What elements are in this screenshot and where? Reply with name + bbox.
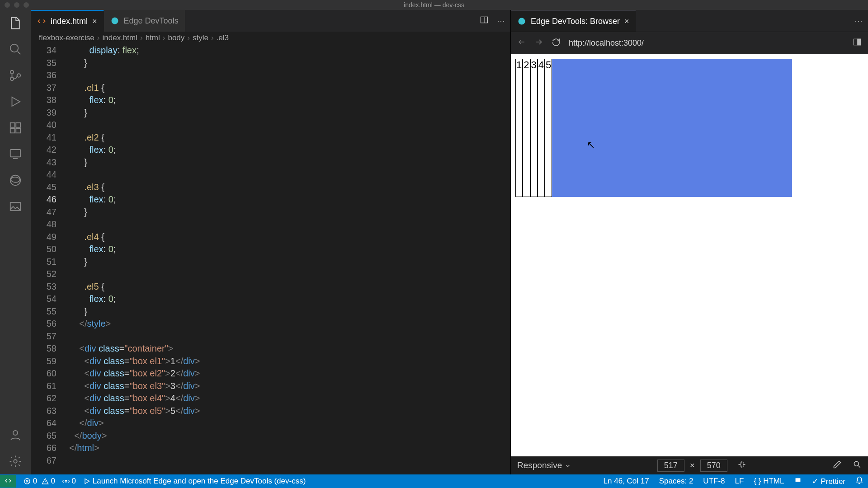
dock-icon[interactable]	[853, 38, 862, 49]
zoom-window-icon[interactable]	[24, 2, 29, 8]
more-actions-icon[interactable]: ⋯	[497, 16, 505, 26]
mouse-cursor-icon: ↖	[587, 139, 595, 151]
indentation-status[interactable]: Spaces: 2	[659, 477, 693, 486]
device-toolbar: Responsive ×	[511, 456, 868, 474]
breadcrumb-segment[interactable]: flexbox-exercise	[39, 33, 94, 42]
dimension-separator: ×	[690, 460, 695, 470]
svg-point-3	[17, 74, 21, 77]
browser-tab-actions: ⋯	[854, 10, 868, 32]
edge-tools-icon[interactable]	[9, 174, 22, 187]
back-icon[interactable]	[517, 38, 526, 49]
svg-rect-8	[10, 150, 21, 157]
breadcrumb-segment[interactable]: index.html	[103, 33, 137, 42]
close-window-icon[interactable]	[5, 2, 10, 8]
extensions-icon[interactable]	[9, 121, 22, 135]
svg-rect-5	[16, 123, 20, 127]
image-preview-icon[interactable]	[9, 200, 22, 213]
breadcrumb[interactable]: flexbox-exercise › index.html › html › b…	[31, 32, 510, 44]
svg-point-20	[65, 480, 67, 482]
svg-point-18	[854, 461, 859, 466]
tab-browser-devtools[interactable]: Edge DevTools: Browser ×	[511, 10, 636, 32]
breadcrumb-segment[interactable]: .el3	[217, 33, 229, 42]
minimize-window-icon[interactable]	[14, 2, 19, 8]
breadcrumb-segment[interactable]: style	[193, 33, 208, 42]
preview-box: 3	[530, 59, 538, 197]
tab-index-html[interactable]: index.html ×	[31, 10, 104, 32]
svg-point-0	[10, 44, 19, 52]
launch-devtools-button[interactable]: Launch Microsoft Edge and open the Edge …	[83, 477, 306, 486]
svg-point-13	[111, 18, 118, 24]
svg-rect-4	[10, 123, 15, 127]
svg-point-11	[13, 431, 18, 435]
settings-gear-icon[interactable]	[9, 455, 22, 468]
more-actions-icon[interactable]: ⋯	[854, 16, 863, 26]
split-editor-icon[interactable]	[480, 15, 489, 27]
breadcrumb-segment[interactable]: body	[168, 33, 184, 42]
edge-icon	[110, 16, 119, 25]
close-icon[interactable]: ×	[92, 17, 97, 26]
breadcrumb-segment[interactable]: html	[146, 33, 160, 42]
problems-indicator[interactable]: 0 0	[24, 477, 55, 486]
title-bar: index.html — dev-css	[0, 0, 868, 10]
cursor-position[interactable]: Ln 46, Col 17	[604, 477, 649, 486]
eol-status[interactable]: LF	[735, 477, 744, 486]
encoding-status[interactable]: UTF-8	[703, 477, 725, 486]
run-debug-icon[interactable]	[9, 95, 22, 108]
html-file-icon	[37, 17, 46, 26]
line-number-gutter: 3435363738394041424344454647484950515253…	[31, 44, 69, 474]
svg-point-1	[10, 70, 14, 74]
live-preview-icon[interactable]	[794, 476, 802, 487]
edge-icon	[517, 17, 526, 26]
svg-point-2	[10, 77, 14, 81]
window-controls[interactable]	[5, 2, 29, 8]
activity-bar	[0, 10, 31, 474]
language-mode[interactable]: { } HTML	[754, 477, 784, 486]
browser-address-bar: http://localhost:3000/	[511, 32, 868, 54]
source-control-icon[interactable]	[9, 69, 22, 82]
status-bar: 0 0 0 Launch Microsoft Edge and open the…	[0, 474, 868, 488]
editor-tab-actions: ⋯	[480, 10, 510, 32]
svg-rect-6	[10, 128, 15, 133]
zoom-icon[interactable]	[853, 460, 862, 471]
tab-label: Edge DevTools: Browser	[531, 17, 620, 26]
tab-edge-devtools[interactable]: Edge DevTools	[104, 10, 185, 32]
preview-box: 2	[523, 59, 530, 197]
close-icon[interactable]: ×	[624, 17, 629, 26]
svg-rect-21	[795, 478, 801, 482]
editor-group: index.html × Edge DevTools ⋯ flexbox-exe…	[31, 10, 511, 474]
tab-label: Edge DevTools	[124, 16, 179, 26]
rotate-icon[interactable]	[737, 460, 746, 471]
notifications-icon[interactable]	[855, 476, 863, 487]
code-content[interactable]: display: flex; } .el1 { flex: 0; } .el2 …	[69, 44, 510, 474]
svg-point-15	[519, 18, 525, 25]
explorer-icon[interactable]	[9, 16, 22, 30]
prettier-status[interactable]: Prettier	[812, 477, 845, 486]
svg-rect-17	[858, 39, 861, 45]
edit-icon[interactable]	[833, 460, 842, 471]
url-input[interactable]: http://localhost:3000/	[569, 38, 844, 48]
tab-label: index.html	[51, 17, 88, 26]
device-mode-select[interactable]: Responsive	[517, 460, 571, 470]
preview-container: 12345	[515, 59, 792, 197]
account-icon[interactable]	[9, 428, 22, 442]
preview-box: 4	[538, 59, 545, 197]
remote-indicator[interactable]	[0, 475, 16, 488]
browser-viewport[interactable]: 12345 ↖	[511, 54, 868, 456]
preview-box: 1	[515, 59, 523, 197]
viewport-height-input[interactable]	[700, 460, 727, 472]
forward-icon[interactable]	[534, 38, 543, 49]
window-title: index.html — dev-css	[404, 1, 464, 9]
remote-explorer-icon[interactable]	[9, 147, 22, 161]
svg-point-12	[14, 460, 17, 463]
reload-icon[interactable]	[552, 38, 561, 49]
ports-indicator[interactable]: 0	[62, 477, 76, 486]
svg-rect-7	[16, 128, 20, 133]
preview-box: 5	[545, 59, 552, 197]
browser-tab-row: Edge DevTools: Browser × ⋯	[511, 10, 868, 32]
search-icon[interactable]	[9, 42, 22, 56]
browser-group: Edge DevTools: Browser × ⋯ http://localh…	[511, 10, 868, 474]
code-editor[interactable]: 3435363738394041424344454647484950515253…	[31, 44, 510, 474]
editor-tab-row: index.html × Edge DevTools ⋯	[31, 10, 510, 32]
viewport-width-input[interactable]	[657, 460, 684, 472]
